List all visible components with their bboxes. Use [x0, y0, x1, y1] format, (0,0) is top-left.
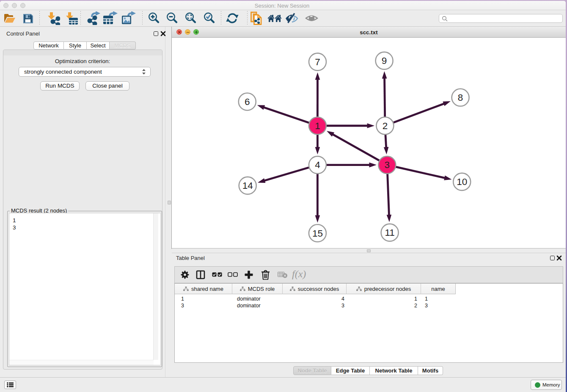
- svg-text:8: 8: [458, 92, 463, 103]
- svg-text:11: 11: [385, 227, 394, 238]
- svg-text:15: 15: [312, 228, 323, 239]
- svg-text:14: 14: [242, 180, 253, 191]
- svg-text:9: 9: [382, 55, 387, 66]
- svg-text:3: 3: [385, 160, 390, 170]
- svg-text:4: 4: [315, 160, 320, 170]
- svg-text:7: 7: [315, 57, 320, 67]
- svg-text:6: 6: [245, 97, 250, 107]
- svg-text:1: 1: [315, 121, 320, 131]
- svg-text:10: 10: [457, 177, 467, 187]
- svg-text:2: 2: [383, 121, 388, 131]
